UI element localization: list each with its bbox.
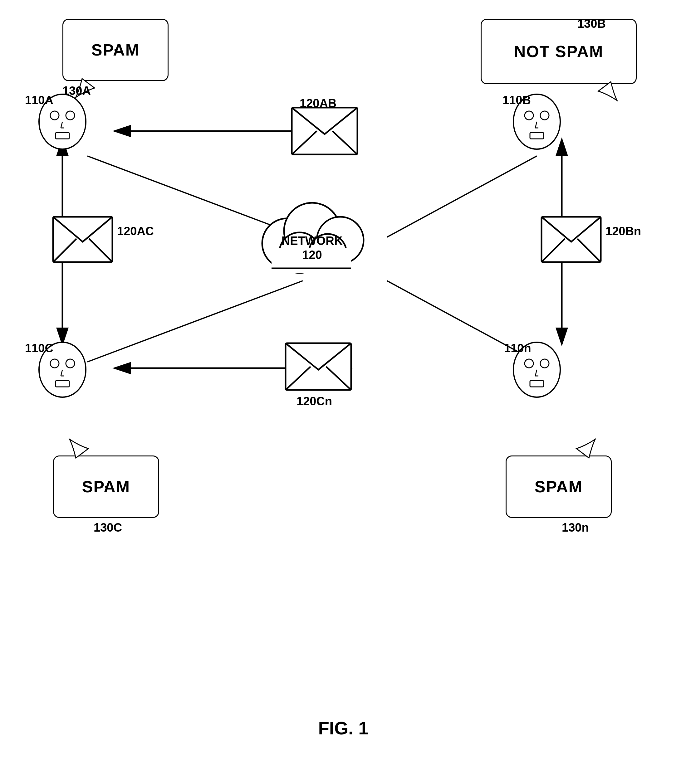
envelope-120Cn [284, 342, 353, 392]
network-cloud: NETWORK 120 [247, 187, 378, 281]
label-120AC: 120AC [117, 225, 154, 238]
envelope-120Bn [540, 215, 602, 264]
svg-text:120: 120 [302, 248, 322, 262]
svg-rect-21 [530, 133, 544, 139]
label-110B: 110B [503, 94, 531, 107]
label-130B: 130B [577, 17, 606, 31]
svg-point-17 [524, 111, 533, 120]
svg-point-23 [50, 359, 59, 368]
bubble-130B: NOT SPAM [481, 19, 637, 84]
svg-rect-15 [56, 133, 69, 139]
svg-point-30 [540, 359, 549, 368]
bubble-130B-text: NOT SPAM [514, 42, 604, 61]
bubble-130C-text: SPAM [82, 477, 130, 496]
bubble-130A-text: SPAM [91, 41, 140, 59]
bubble-130C: SPAM [53, 456, 159, 518]
svg-point-24 [66, 359, 74, 368]
svg-line-8 [87, 281, 303, 362]
svg-point-29 [524, 359, 533, 368]
bubble-130A: SPAM [63, 19, 168, 81]
bubble-130n: SPAM [506, 456, 612, 518]
envelope-120AB [290, 106, 359, 156]
label-110C: 110C [25, 342, 53, 355]
label-110n: 110n [504, 342, 531, 355]
svg-point-18 [540, 111, 549, 120]
label-120AB: 120AB [300, 97, 336, 110]
svg-rect-33 [530, 380, 544, 387]
bubble-130n-text: SPAM [534, 477, 583, 496]
label-120Cn: 120Cn [297, 395, 332, 408]
label-120Bn: 120Bn [605, 225, 641, 238]
label-110A: 110A [25, 94, 53, 107]
svg-point-12 [66, 111, 74, 120]
label-130C: 130C [94, 521, 122, 534]
svg-line-7 [387, 156, 537, 237]
svg-text:NETWORK: NETWORK [282, 234, 343, 247]
envelope-120AC [51, 215, 114, 264]
figure-caption: FIG. 1 [281, 718, 406, 738]
svg-rect-27 [56, 380, 69, 387]
svg-point-11 [50, 111, 59, 120]
label-130n: 130n [562, 521, 589, 534]
